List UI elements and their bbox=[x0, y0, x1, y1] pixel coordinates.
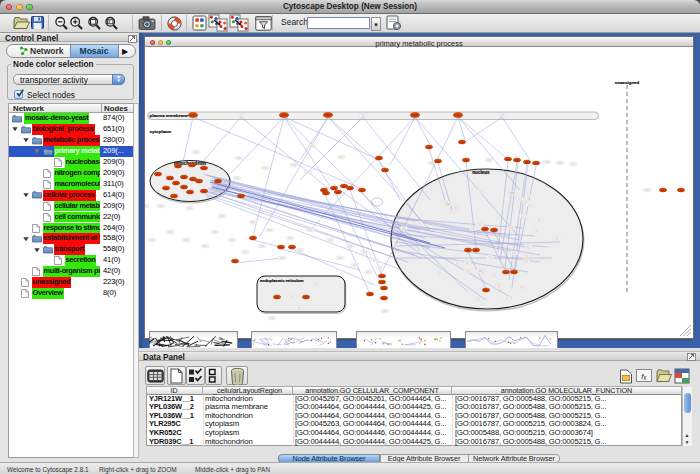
svg-text:plasma membrane: plasma membrane bbox=[150, 113, 189, 118]
svg-text:nucleus: nucleus bbox=[472, 170, 490, 175]
svg-text:endoplasmic reticulum: endoplasmic reticulum bbox=[260, 278, 304, 283]
svg-text:cytoplasm: cytoplasm bbox=[150, 129, 172, 134]
svg-text:unassigned: unassigned bbox=[615, 80, 640, 85]
